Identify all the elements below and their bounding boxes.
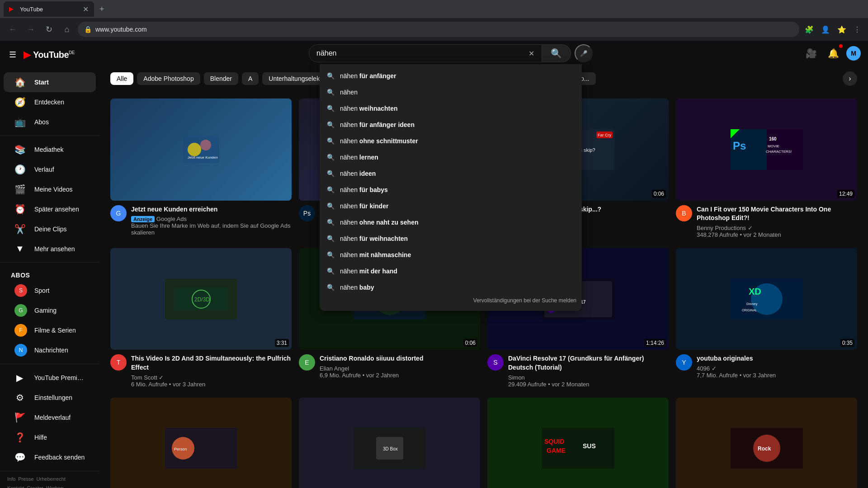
back-button[interactable]: ← bbox=[5, 22, 20, 37]
suggestion-12[interactable]: 🔍 nähen mit nähmaschine bbox=[320, 247, 582, 263]
yt-logo-icon: ▶ bbox=[24, 49, 31, 61]
video-duration-7: 1:14:26 bbox=[644, 339, 666, 347]
video-meta-7: 29.409 Aufrufe • vor 2 Monaten bbox=[508, 381, 669, 388]
sidebar-item-clips[interactable]: ✂️ Deine Clips bbox=[4, 219, 96, 239]
user-avatar[interactable]: M bbox=[846, 46, 861, 61]
yt-header: ✕ 🔍 🎤 🔍 nähen für anfänger 🔍 nähen bbox=[99, 41, 868, 66]
sidebar-item-filme[interactable]: F Filme & Serien bbox=[4, 320, 96, 340]
suggestion-8[interactable]: 🔍 nähen für babys bbox=[320, 182, 582, 198]
search-button[interactable]: 🔍 bbox=[542, 44, 571, 62]
history-icon: 🕐 bbox=[14, 164, 25, 175]
video-title-7: DaVinci Resolve 17 (Grundkurs für Anfäng… bbox=[508, 354, 669, 372]
video-card-12[interactable]: Rock D Untitled Video bbox=[676, 398, 857, 488]
suggestion-3[interactable]: 🔍 nähen weihnachten bbox=[320, 100, 582, 117]
filter-chip-adobe[interactable]: Adobe Photoshop bbox=[137, 72, 200, 85]
filter-chip-blender[interactable]: Blender bbox=[204, 72, 238, 85]
active-tab[interactable]: ▶ YouTube ✕ bbox=[4, 1, 94, 17]
sidebar-item-abos[interactable]: 📺 Abos bbox=[4, 112, 96, 132]
video-card-5[interactable]: 2D/3D 3:31 T This Video Is 2D And 3D Sim… bbox=[110, 248, 292, 390]
reload-button[interactable]: ↻ bbox=[42, 22, 56, 37]
suggestion-4[interactable]: 🔍 nähen für anfänger ideen bbox=[320, 117, 582, 133]
video-card-4[interactable]: Ps 160 MOVIE CHARACTERS! 12:49 B Can I F… bbox=[676, 99, 857, 241]
hamburger-button[interactable]: ☰ bbox=[7, 48, 18, 61]
filter-chip-a[interactable]: A bbox=[242, 72, 259, 85]
suggestion-search-icon-10: 🔍 bbox=[327, 219, 335, 226]
sidebar-label-entdecken: Entdecken bbox=[34, 99, 64, 106]
gaming-avatar: G bbox=[14, 304, 27, 317]
sidebar-item-start[interactable]: 🏠 Start bbox=[4, 72, 96, 92]
footer-creator[interactable]: Creator bbox=[27, 485, 43, 488]
search-input[interactable] bbox=[316, 49, 528, 57]
nachrichten-avatar: N bbox=[14, 344, 27, 357]
suggestion-text-12: nähen mit nähmaschine bbox=[340, 251, 575, 258]
settings-menu-button[interactable]: ⋮ bbox=[852, 23, 863, 36]
suggestion-11[interactable]: 🔍 nähen für weihnachten bbox=[320, 230, 582, 247]
sidebar-item-mehr[interactable]: ▼ Mehr ansehen bbox=[4, 239, 96, 258]
sidebar-label-nachrichten: Nachrichten bbox=[34, 347, 68, 354]
more-icon: ▼ bbox=[14, 244, 25, 254]
sidebar-item-mediathek[interactable]: 📚 Mediathek bbox=[4, 140, 96, 160]
footer-kontakt[interactable]: Kontakt bbox=[7, 485, 24, 488]
voice-search-button[interactable]: 🎤 bbox=[575, 44, 593, 62]
svg-text:Far Cry: Far Cry bbox=[598, 133, 611, 137]
svg-text:Ps: Ps bbox=[733, 140, 746, 152]
subscriptions-icon: 📺 bbox=[14, 117, 25, 127]
profile-button[interactable]: 👤 bbox=[819, 23, 832, 36]
suggestion-text-9: nähen für kinder bbox=[340, 202, 575, 210]
help-icon: ❓ bbox=[14, 432, 25, 443]
sidebar-item-feedback[interactable]: 💬 Feedback senden bbox=[4, 447, 96, 467]
bookmark-button[interactable]: ⭐ bbox=[835, 23, 848, 36]
suggestion-7[interactable]: 🔍 nähen ideen bbox=[320, 165, 582, 182]
suggestion-2[interactable]: 🔍 nähen bbox=[320, 84, 582, 100]
footer-presse[interactable]: Presse bbox=[18, 476, 33, 482]
suggestion-5[interactable]: 🔍 nähen ohne schnittmuster bbox=[320, 133, 582, 149]
sidebar-item-entdecken[interactable]: 🧭 Entdecken bbox=[4, 92, 96, 112]
suggestion-text-11: nähen für weihnachten bbox=[340, 235, 575, 242]
sidebar-item-nachrichten[interactable]: N Nachrichten bbox=[4, 340, 96, 360]
suggestion-10[interactable]: 🔍 nähen ohne naht zu sehen bbox=[320, 214, 582, 230]
video-thumbnail-10: 3D Box bbox=[299, 398, 480, 488]
sidebar-item-meldeverlauf[interactable]: 🚩 Meldeverlauf bbox=[4, 408, 96, 427]
notifications-button[interactable]: 🔔 bbox=[824, 44, 843, 62]
video-card-10[interactable]: 3D Box 3 Untitled Video bbox=[299, 398, 480, 488]
video-card-11[interactable]: SQUID GAME SUS S Squid Game SUS bbox=[487, 398, 669, 488]
suggestion-1[interactable]: 🔍 nähen für anfänger bbox=[320, 68, 582, 84]
filter-chip-alle[interactable]: Alle bbox=[110, 72, 133, 85]
sidebar-item-sport[interactable]: S Sport bbox=[4, 281, 96, 300]
address-bar[interactable]: 🔒 www.youtube.com bbox=[78, 22, 799, 37]
filter-scroll-right[interactable]: › bbox=[843, 71, 857, 86]
video-card-9[interactable]: Person R Untitled Video bbox=[110, 398, 292, 488]
footer-info[interactable]: Info bbox=[7, 476, 15, 482]
channel-avatar-8: Y bbox=[676, 354, 692, 371]
create-button[interactable]: 🎥 bbox=[802, 44, 821, 62]
video-thumbnail-4: Ps 160 MOVIE CHARACTERS! 12:49 bbox=[676, 99, 857, 201]
search-clear-button[interactable]: ✕ bbox=[528, 49, 534, 58]
sidebar-item-spaeter[interactable]: ⏰ Später ansehen bbox=[4, 199, 96, 219]
suggestion-search-icon-9: 🔍 bbox=[327, 202, 335, 210]
tab-close-button[interactable]: ✕ bbox=[83, 5, 89, 14]
sidebar-item-meine-videos[interactable]: 🎬 Meine Videos bbox=[4, 179, 96, 199]
suggestion-9[interactable]: 🔍 nähen für kinder bbox=[320, 198, 582, 214]
video-meta-8: 7,7 Mio. Aufrufe • vor 3 Jahren bbox=[697, 372, 776, 379]
suggestion-6[interactable]: 🔍 nähen lernen bbox=[320, 149, 582, 165]
video-card-8[interactable]: XD Disney ORIGINAL 0:35 Y youtuba origin… bbox=[676, 248, 857, 390]
footer-werben[interactable]: Werben bbox=[46, 485, 63, 488]
sidebar-label-meldeverlauf: Meldeverlauf bbox=[34, 414, 71, 421]
sidebar-item-yt-premium[interactable]: ▶ YouTube Premium bbox=[4, 368, 96, 388]
suggestion-search-icon-3: 🔍 bbox=[327, 105, 335, 112]
new-tab-button[interactable]: + bbox=[96, 3, 108, 16]
sidebar-item-verlauf[interactable]: 🕐 Verlauf bbox=[4, 160, 96, 179]
footer-urheberrecht[interactable]: Urheberrecht bbox=[37, 476, 66, 482]
feedback-icon: 💬 bbox=[14, 452, 25, 463]
forward-button[interactable]: → bbox=[24, 22, 38, 37]
sidebar-item-hilfe[interactable]: ❓ Hilfe bbox=[4, 427, 96, 447]
sidebar-item-gaming[interactable]: G Gaming bbox=[4, 300, 96, 320]
video-card-1[interactable]: Jetzt neue Kunden G Jetzt neue Kunden er… bbox=[110, 99, 292, 241]
youtube-logo[interactable]: ▶ YouTubeDE bbox=[24, 49, 75, 61]
suggestion-14[interactable]: 🔍 nähen baby bbox=[320, 279, 582, 296]
suggestion-13[interactable]: 🔍 nähen mit der hand bbox=[320, 263, 582, 279]
sidebar-nav-section: 🏠 Start 🧭 Entdecken 📺 Abos bbox=[0, 69, 99, 136]
extensions-button[interactable]: 🧩 bbox=[803, 23, 816, 36]
sidebar-item-einstellungen[interactable]: ⚙ Einstellungen bbox=[4, 388, 96, 408]
home-button[interactable]: ⌂ bbox=[60, 22, 74, 37]
